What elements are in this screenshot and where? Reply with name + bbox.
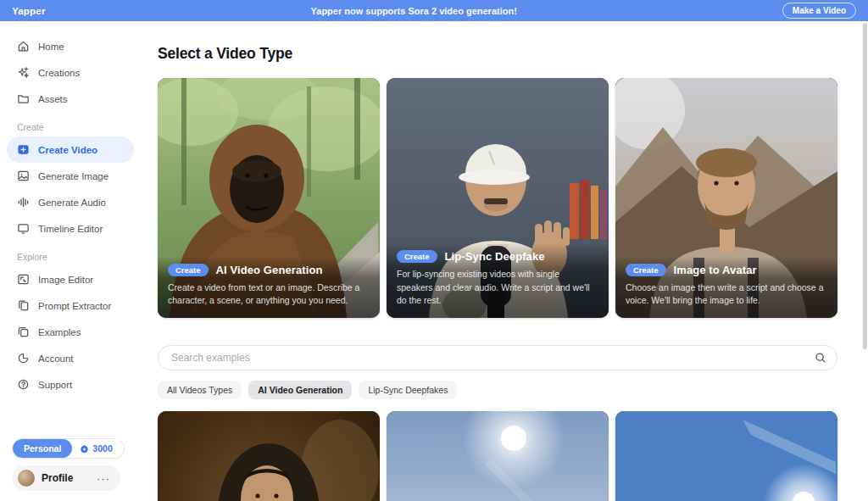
credits-count: 3000 bbox=[92, 443, 112, 454]
create-badge: Create bbox=[397, 250, 437, 263]
stack-icon bbox=[17, 326, 30, 338]
copy-icon bbox=[17, 299, 30, 312]
example-video-bigfoot-sun[interactable] bbox=[387, 411, 609, 501]
card-title: Image to Avatar bbox=[674, 264, 757, 276]
example-video-cave-selfie[interactable] bbox=[158, 411, 380, 501]
card-overlay: Create AI Video Generation Create a vide… bbox=[158, 257, 380, 319]
main-content: Select a Video Type bbox=[142, 21, 868, 501]
sidebar-item-image-editor[interactable]: Image Editor bbox=[7, 266, 134, 292]
plan-switcher: Personal 3000 bbox=[12, 438, 125, 459]
search-icon[interactable] bbox=[815, 352, 826, 364]
personal-plan-button[interactable]: Personal bbox=[13, 439, 72, 458]
filter-ai-video-generation[interactable]: AI Video Generation bbox=[248, 381, 352, 399]
sidebar-item-generate-image[interactable]: Generate Image bbox=[7, 163, 134, 189]
card-overlay: Create Image to Avatar Choose an image t… bbox=[615, 257, 837, 319]
sparkles-icon bbox=[17, 66, 30, 79]
sidebar-item-prompt-extractor[interactable]: Prompt Extractor bbox=[7, 292, 134, 319]
card-lip-sync-deepfake[interactable]: Create Lip-Sync Deepfake For lip-syncing… bbox=[387, 78, 609, 318]
long-haired-man-cave-image bbox=[158, 411, 380, 501]
app-shell: Home Creations Assets Create Create Vide… bbox=[0, 0, 868, 501]
sidebar-item-creations[interactable]: Creations bbox=[7, 59, 134, 86]
waveform-icon bbox=[17, 196, 30, 209]
create-badge: Create bbox=[626, 264, 666, 276]
sidebar-item-label: Examples bbox=[38, 327, 81, 337]
announcement-text: Yapper now supports Sora 2 video generat… bbox=[54, 6, 774, 16]
sidebar-item-timeline-editor[interactable]: Timeline Editor bbox=[7, 215, 134, 242]
create-badge: Create bbox=[168, 264, 209, 276]
video-type-cards: Create AI Video Generation Create a vide… bbox=[158, 78, 851, 318]
top-banner: Yapper Yapper now supports Sora 2 video … bbox=[0, 0, 868, 21]
example-video-grid bbox=[158, 411, 851, 501]
card-description: Create a video from text or an image. De… bbox=[168, 281, 368, 309]
sidebar-item-support[interactable]: Support bbox=[7, 371, 134, 398]
profile-label: Profile bbox=[42, 472, 90, 484]
search-input[interactable] bbox=[158, 345, 837, 370]
card-description: For lip-syncing existing videos with sin… bbox=[397, 268, 597, 308]
sidebar: Home Creations Assets Create Create Vide… bbox=[0, 21, 142, 501]
sidebar-footer: Personal 3000 Profile ··· bbox=[7, 438, 134, 491]
image-icon bbox=[17, 170, 30, 182]
sidebar-item-label: Generate Audio bbox=[38, 198, 106, 208]
sidebar-item-label: Account bbox=[38, 353, 74, 364]
sidebar-item-label: Assets bbox=[38, 94, 68, 104]
filter-chips: All Videos Types AI Video Generation Lip… bbox=[158, 381, 851, 399]
search-bar bbox=[158, 345, 837, 370]
example-video-snowboarder[interactable] bbox=[615, 411, 837, 501]
page-title: Select a Video Type bbox=[158, 45, 851, 63]
image-edit-icon bbox=[17, 273, 30, 286]
pie-chart-icon bbox=[17, 352, 30, 365]
home-icon bbox=[17, 40, 30, 53]
sidebar-item-label: Generate Image bbox=[38, 171, 108, 181]
sidebar-item-label: Image Editor bbox=[38, 275, 93, 285]
snowboarder-image bbox=[615, 411, 837, 501]
more-icon[interactable]: ··· bbox=[97, 473, 110, 484]
avatar bbox=[18, 470, 35, 487]
filter-lip-sync-deepfakes[interactable]: Lip-Sync Deepfakes bbox=[359, 381, 457, 399]
section-label-create: Create bbox=[7, 112, 134, 136]
card-title: AI Video Generation bbox=[216, 264, 323, 276]
coin-icon bbox=[80, 444, 89, 454]
section-label-explore: Explore bbox=[7, 242, 134, 266]
folder-icon bbox=[17, 92, 30, 105]
sidebar-item-label: Create Video bbox=[38, 145, 97, 155]
sidebar-item-home[interactable]: Home bbox=[7, 33, 134, 59]
card-title: Lip-Sync Deepfake bbox=[445, 250, 545, 263]
sidebar-item-label: Home bbox=[38, 42, 64, 52]
help-circle-icon bbox=[17, 378, 30, 391]
sidebar-item-label: Support bbox=[38, 380, 72, 390]
brand-logo[interactable]: Yapper bbox=[12, 6, 46, 16]
sidebar-item-account[interactable]: Account bbox=[7, 345, 134, 371]
sidebar-item-label: Creations bbox=[38, 68, 80, 78]
sidebar-item-label: Timeline Editor bbox=[38, 224, 103, 234]
page-scrollbar[interactable] bbox=[862, 23, 867, 499]
monitor-icon bbox=[17, 222, 30, 235]
card-overlay: Create Lip-Sync Deepfake For lip-syncing… bbox=[387, 243, 609, 318]
card-description: Choose an image then write a script and … bbox=[626, 281, 826, 309]
video-plus-icon bbox=[17, 143, 30, 156]
scrollbar-thumb[interactable] bbox=[863, 23, 867, 349]
card-image-to-avatar[interactable]: Create Image to Avatar Choose an image t… bbox=[615, 78, 837, 318]
sidebar-item-label: Prompt Extractor bbox=[38, 301, 111, 311]
card-ai-video-generation[interactable]: Create AI Video Generation Create a vide… bbox=[158, 78, 380, 318]
sidebar-item-examples[interactable]: Examples bbox=[7, 319, 134, 345]
make-a-video-button[interactable]: Make a Video bbox=[782, 3, 856, 19]
profile-row[interactable]: Profile ··· bbox=[12, 465, 120, 491]
sidebar-item-assets[interactable]: Assets bbox=[7, 86, 134, 112]
sidebar-item-generate-audio[interactable]: Generate Audio bbox=[7, 189, 134, 215]
filter-all-video-types[interactable]: All Videos Types bbox=[158, 381, 242, 399]
credits-button[interactable]: 3000 bbox=[72, 439, 123, 458]
bigfoot-sun-image bbox=[387, 411, 609, 501]
sidebar-item-create-video[interactable]: Create Video bbox=[7, 136, 134, 163]
